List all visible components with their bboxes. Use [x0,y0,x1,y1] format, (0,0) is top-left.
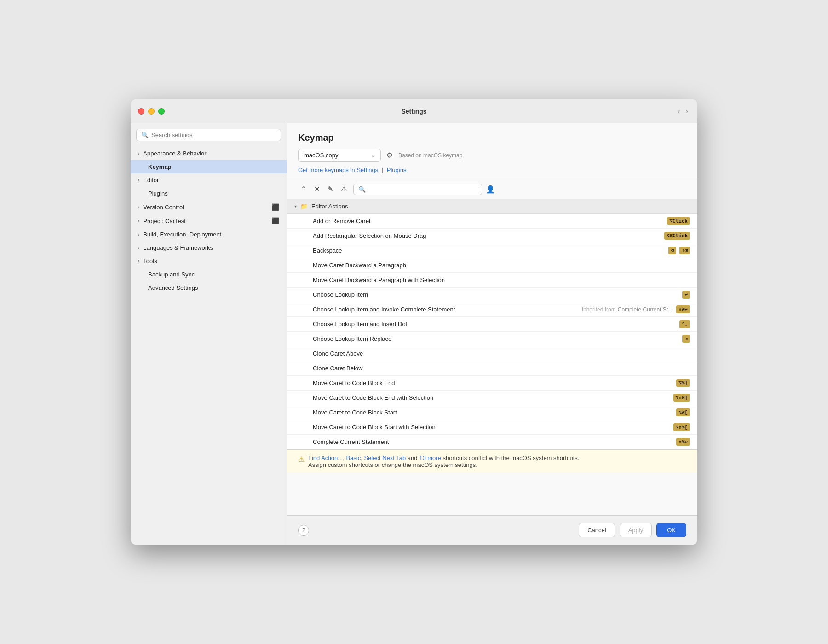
table-row[interactable]: Move Caret to Code Block Start with Sele… [287,420,697,435]
get-more-keymaps-link[interactable]: Get more keymaps in Settings [298,167,378,173]
main-header: Keymap macOS copy ⌄ ⚙ Based on macOS key… [287,123,697,179]
basic-link[interactable]: Basic [346,454,361,461]
sidebar-item-version-control[interactable]: › Version Control ⬛ [131,200,287,214]
action-name: Move Caret Backward a Paragraph [313,262,690,269]
sidebar-item-backup[interactable]: Backup and Sync [131,268,287,281]
user-icon[interactable]: 👤 [486,185,495,194]
shortcut-badge: ⇧⌘↩ [676,438,690,446]
shortcut-badge: ⌫ [668,247,676,254]
table-row[interactable]: Choose Lookup Item and Invoke Complete S… [287,302,697,317]
collapse-all-button[interactable]: ✕ [311,183,323,195]
ok-button[interactable]: OK [656,523,686,537]
action-name: Move Caret to Code Block End with Select… [313,394,672,401]
sidebar-item-keymap[interactable]: Keymap [131,160,287,173]
sync-icon: ⬛ [271,217,279,224]
table-row[interactable]: Move Caret Backward a Paragraph [287,258,697,273]
sidebar-item-label: Version Control [143,204,184,211]
sidebar-item-label: Tools [143,258,157,264]
expand-all-button[interactable]: ⌃ [298,183,310,195]
close-button[interactable] [138,108,144,115]
shortcut-badge: ⌥⌘[ [676,408,690,416]
gear-icon[interactable]: ⚙ [386,151,393,160]
action-name: Add Rectangular Selection on Mouse Drag [313,232,662,239]
page-title: Keymap [298,132,686,143]
sidebar-item-appearance[interactable]: › Appearance & Behavior [131,147,287,160]
find-action-link[interactable]: Find Action... [308,454,343,461]
action-name: Choose Lookup Item Replace [313,335,680,342]
action-name: Choose Lookup Item and Invoke Complete S… [313,306,580,313]
sidebar-item-plugins[interactable]: Plugins [131,187,287,200]
cancel-button[interactable]: Cancel [579,523,615,537]
keymap-search-input[interactable] [368,186,477,193]
shortcut-group: ⌥Click [665,217,690,225]
chevron-right-icon: › [138,218,139,224]
content-area: 🔍 › Appearance & Behavior Keymap › Edito… [131,123,697,545]
shortcut-badge: ⌥⌘Click [664,232,690,240]
table-row[interactable]: Add Rectangular Selection on Mouse Drag … [287,229,697,243]
sidebar-item-tools[interactable]: › Tools [131,254,287,268]
inherited-label: inherited from [582,306,615,313]
plugins-link[interactable]: Plugins [387,167,407,173]
table-row[interactable]: Move Caret to Code Block Start ⌥⌘[ [287,405,697,420]
sidebar-item-advanced[interactable]: Advanced Settings [131,281,287,294]
keymap-search-field[interactable]: 🔍 [353,184,482,195]
conflict-text: Find Action..., Basic, Select Next Tab a… [308,454,579,468]
back-button[interactable]: ‹ [676,106,682,116]
sidebar-search-box[interactable]: 🔍 [136,129,281,141]
help-button[interactable]: ? [298,525,309,536]
table-row[interactable]: Move Caret to Code Block End with Select… [287,391,697,405]
chevron-down-icon: ⌄ [371,152,375,158]
keymap-dropdown[interactable]: macOS copy ⌄ [298,149,381,162]
table-row[interactable]: Add or Remove Caret ⌥Click [287,214,697,229]
table-row[interactable]: Choose Lookup Item ↩ [287,288,697,302]
action-name: Choose Lookup Item and Insert Dot [313,321,678,328]
table-row[interactable]: Choose Lookup Item Replace ⇥ [287,332,697,346]
apply-button[interactable]: Apply [620,523,652,537]
section-header-editor-actions[interactable]: ▾ 📁 Editor Actions [287,199,697,214]
keymap-name: macOS copy [304,152,367,159]
sidebar-item-project[interactable]: › Project: CarTest ⬛ [131,214,287,228]
chevron-down-icon: ▾ [294,204,297,209]
chevron-right-icon: › [138,205,139,210]
window-title: Settings [401,108,426,115]
select-next-tab-link[interactable]: Select Next Tab [364,454,406,461]
sidebar-item-build[interactable]: › Build, Execution, Deployment [131,228,287,241]
shortcut-group: ⇧⌘↩ [674,305,690,313]
shortcut-badge: ⇧⌘↩ [676,305,690,313]
shortcut-badge: ↩ [682,291,690,299]
shortcut-badge: ⌃. [679,320,690,328]
edit-shortcut-button[interactable]: ✎ [325,183,336,195]
shortcut-group: ⌫ ⇧⌫ [667,247,690,254]
forward-button[interactable]: › [684,106,690,116]
action-name: Move Caret to Code Block End [313,380,674,386]
action-name: Choose Lookup Item [313,291,680,298]
table-row[interactable]: Clone Caret Above [287,346,697,361]
table-row[interactable]: Move Caret to Code Block End ⌥⌘] [287,376,697,391]
minimize-button[interactable] [148,108,155,115]
filter-conflicts-button[interactable]: ⚠ [338,183,350,195]
more-link[interactable]: 10 more [419,454,441,461]
action-name: Clone Caret Below [313,365,690,372]
table-row[interactable]: Backspace ⌫ ⇧⌫ [287,243,697,258]
table-row[interactable]: Move Caret Backward a Paragraph with Sel… [287,273,697,288]
sidebar-item-editor[interactable]: › Editor [131,173,287,187]
sidebar: 🔍 › Appearance & Behavior Keymap › Edito… [131,123,287,545]
action-name: Add or Remove Caret [313,218,665,224]
chevron-right-icon: › [138,151,139,156]
maximize-button[interactable] [158,108,165,115]
chevron-right-icon: › [138,232,139,237]
table-row[interactable]: Complete Current Statement ⇧⌘↩ [287,435,697,449]
traffic-lights [138,108,165,115]
chevron-right-icon: › [138,245,139,250]
inherited-from-link[interactable]: Complete Current St... [618,306,673,313]
section-label: Editor Actions [311,203,348,210]
table-row[interactable]: Clone Caret Below [287,361,697,376]
sidebar-search-input[interactable] [151,132,276,138]
search-icon: 🔍 [141,132,149,138]
table-row[interactable]: Choose Lookup Item and Insert Dot ⌃. [287,317,697,332]
shortcut-group: ⌥⇧⌘] [672,394,690,402]
keymap-row: macOS copy ⌄ ⚙ Based on macOS keymap [298,149,686,162]
action-name: Backspace [313,247,667,254]
action-name: Complete Current Statement [313,438,674,445]
sidebar-item-languages[interactable]: › Languages & Frameworks [131,241,287,254]
